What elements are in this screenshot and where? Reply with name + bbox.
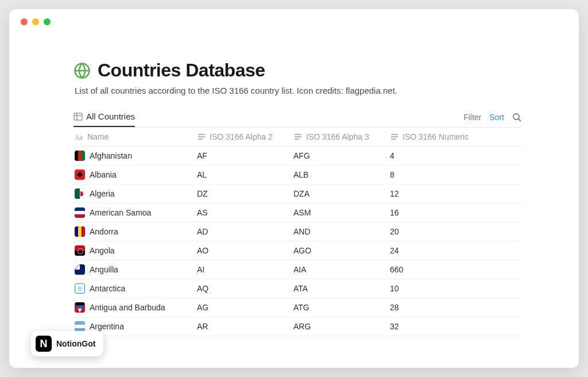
view-tabs-bar: All Countries Filter Sort bbox=[74, 111, 521, 128]
cell-name: Anguilla bbox=[74, 264, 197, 275]
cell-name: Argentina bbox=[74, 321, 197, 332]
country-name: Albania bbox=[90, 170, 117, 179]
cell-alpha3: AND bbox=[293, 227, 390, 236]
cell-numeric: 4 bbox=[390, 151, 521, 160]
svg-point-4 bbox=[513, 114, 519, 120]
table-row[interactable]: AntarcticaAQATA10 bbox=[74, 279, 521, 298]
cell-name: Antarctica bbox=[74, 283, 197, 294]
table-row[interactable]: Antigua and BarbudaAGATG28 bbox=[74, 298, 521, 317]
svg-text:Aa: Aa bbox=[75, 133, 83, 141]
table-row[interactable]: AnguillaAIAIA660 bbox=[74, 260, 521, 279]
flag-icon bbox=[75, 151, 85, 161]
table-row[interactable]: AlgeriaDZDZA12 bbox=[74, 184, 521, 203]
cell-name: American Samoa bbox=[74, 207, 197, 218]
cell-alpha2: DZ bbox=[197, 189, 293, 198]
country-name: Argentina bbox=[90, 322, 124, 331]
window-controls bbox=[21, 18, 51, 25]
cell-numeric: 10 bbox=[390, 284, 521, 293]
cell-alpha3: AGO bbox=[293, 246, 390, 255]
cell-alpha3: ALB bbox=[293, 170, 390, 179]
tab-label: All Countries bbox=[86, 111, 135, 121]
cell-name: Andorra bbox=[74, 226, 197, 237]
maximize-window-button[interactable] bbox=[44, 18, 51, 25]
app-window: Countries Database List of all countries… bbox=[9, 9, 579, 368]
cell-numeric: 32 bbox=[390, 322, 521, 331]
lines-icon bbox=[293, 132, 303, 141]
table-row[interactable]: AfghanistanAFAFG4 bbox=[74, 147, 521, 166]
flag-icon bbox=[75, 170, 85, 180]
cell-alpha2: AF bbox=[197, 151, 293, 160]
cell-alpha2: AR bbox=[197, 322, 293, 331]
country-name: Afghanistan bbox=[90, 151, 132, 160]
table-row[interactable]: AlbaniaALALB8 bbox=[74, 166, 521, 184]
tab-all-countries[interactable]: All Countries bbox=[74, 111, 135, 127]
cell-numeric: 24 bbox=[390, 246, 521, 255]
country-name: Algeria bbox=[90, 189, 115, 198]
close-window-button[interactable] bbox=[21, 18, 28, 25]
flag-icon bbox=[75, 188, 85, 199]
cell-alpha3: ATG bbox=[293, 303, 390, 312]
view-actions: Filter Sort bbox=[463, 113, 521, 126]
cell-name: Angola bbox=[74, 245, 197, 256]
cell-alpha2: AQ bbox=[197, 284, 293, 293]
cell-alpha2: AO bbox=[197, 246, 293, 255]
notiongot-label: NotionGot bbox=[56, 339, 95, 348]
sort-button[interactable]: Sort bbox=[489, 113, 504, 122]
cell-alpha2: AG bbox=[197, 303, 293, 312]
page-content: Countries Database List of all countries… bbox=[9, 9, 579, 336]
table-body: AfghanistanAFAFG4AlbaniaALALB8AlgeriaDZD… bbox=[74, 147, 521, 336]
column-header-name[interactable]: Aa Name bbox=[74, 132, 197, 141]
notiongot-logo-icon: N bbox=[36, 336, 52, 352]
cell-alpha3: AFG bbox=[293, 151, 390, 160]
filter-button[interactable]: Filter bbox=[463, 113, 481, 122]
table-row[interactable]: ArgentinaARARG32 bbox=[74, 317, 521, 336]
cell-alpha3: AIA bbox=[293, 265, 390, 274]
cell-alpha3: DZA bbox=[293, 189, 390, 198]
lines-icon bbox=[390, 132, 399, 141]
cell-numeric: 12 bbox=[390, 189, 521, 198]
cell-numeric: 20 bbox=[390, 227, 521, 236]
country-name: Angola bbox=[90, 246, 115, 255]
table-row[interactable]: AndorraADAND20 bbox=[74, 222, 521, 241]
cell-numeric: 8 bbox=[390, 170, 521, 179]
svg-rect-1 bbox=[74, 113, 82, 120]
search-icon bbox=[512, 113, 521, 122]
table-icon bbox=[74, 112, 83, 121]
column-header-numeric[interactable]: ISO 3166 Numeric bbox=[390, 132, 521, 141]
flag-icon bbox=[75, 264, 85, 275]
country-name: Antarctica bbox=[90, 284, 125, 293]
cell-alpha3: ATA bbox=[293, 284, 390, 293]
flag-icon bbox=[75, 245, 85, 256]
notiongot-badge[interactable]: N NotionGot bbox=[31, 331, 103, 356]
cell-alpha2: AD bbox=[197, 227, 293, 236]
column-header-alpha3[interactable]: ISO 3166 Alpha 3 bbox=[293, 132, 390, 141]
search-button[interactable] bbox=[512, 113, 521, 122]
country-name: Antigua and Barbuda bbox=[90, 303, 165, 312]
country-name: American Samoa bbox=[90, 208, 151, 217]
cell-alpha3: ASM bbox=[293, 208, 390, 217]
cell-name: Albania bbox=[74, 170, 197, 180]
cell-numeric: 28 bbox=[390, 303, 521, 312]
cell-name: Afghanistan bbox=[74, 151, 197, 161]
table-row[interactable]: American SamoaASASM16 bbox=[74, 203, 521, 222]
minimize-window-button[interactable] bbox=[32, 18, 39, 25]
page-title: Countries Database bbox=[98, 60, 265, 81]
country-name: Andorra bbox=[90, 227, 118, 236]
globe-icon bbox=[74, 62, 91, 79]
table-row[interactable]: AngolaAOAGO24 bbox=[74, 241, 521, 260]
flag-icon bbox=[75, 283, 85, 294]
country-name: Anguilla bbox=[90, 265, 118, 274]
cell-numeric: 16 bbox=[390, 208, 521, 217]
flag-icon bbox=[75, 321, 85, 332]
flag-icon bbox=[75, 302, 85, 313]
flag-icon bbox=[75, 226, 85, 237]
cell-alpha2: AI bbox=[197, 265, 293, 274]
text-property-icon: Aa bbox=[75, 132, 84, 141]
cell-name: Algeria bbox=[74, 188, 197, 199]
table-column-headers: Aa Name ISO 3166 Alpha 2 ISO 3166 Alpha … bbox=[74, 128, 521, 147]
cell-alpha2: AL bbox=[197, 170, 293, 179]
lines-icon bbox=[197, 132, 206, 141]
cell-name: Antigua and Barbuda bbox=[74, 302, 197, 313]
column-header-alpha2[interactable]: ISO 3166 Alpha 2 bbox=[197, 132, 293, 141]
cell-alpha2: AS bbox=[197, 208, 293, 217]
